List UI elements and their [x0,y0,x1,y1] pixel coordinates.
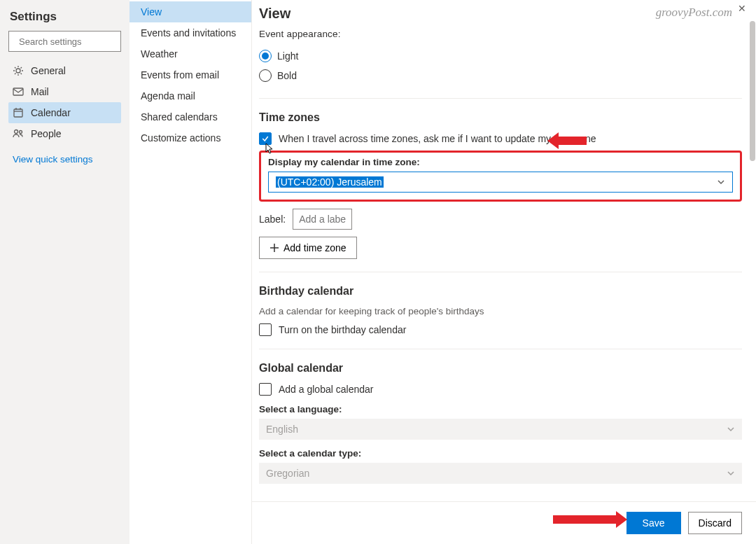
caltype-value: Gregorian [266,468,309,479]
timezone-label-input[interactable] [293,209,352,230]
birthday-check-label: Turn on the birthday calendar [279,324,406,335]
subnav-item-events-from-email[interactable]: Events from email [130,64,251,85]
sidebar-item-calendar[interactable]: Calendar [8,102,121,123]
svg-rect-4 [14,109,22,117]
birthday-desc: Add a calendar for keeping track of peop… [259,306,742,316]
plus-icon [270,243,279,253]
radio-icon [259,69,272,82]
subnav-item-weather[interactable]: Weather [130,43,251,64]
add-timezone-button[interactable]: Add time zone [259,237,357,259]
discard-button[interactable]: Discard [688,512,742,534]
view-quick-settings-link[interactable]: View quick settings [8,144,121,174]
event-appearance-heading: Event appearance: [259,29,742,39]
svg-rect-3 [13,88,23,95]
caltype-label: Select a calendar type: [259,448,742,459]
lang-value: English [266,424,298,435]
timezones-heading: Time zones [259,111,742,124]
close-icon[interactable]: ✕ [738,3,746,14]
svg-point-8 [15,130,18,134]
svg-point-9 [20,131,22,134]
timezone-highlight: Display my calendar in time zone: (UTC+0… [259,151,742,202]
checkbox-icon [259,383,272,396]
general-icon [13,65,24,76]
global-checkbox-row[interactable]: Add a global calendar [259,383,742,396]
view-subnav: ViewEvents and invitationsWeatherEvents … [130,0,252,544]
radio-label: Bold [277,70,297,81]
chevron-down-icon [717,178,725,186]
radio-light[interactable]: Light [259,46,742,66]
search-input[interactable] [19,36,136,47]
global-check-label: Add a global calendar [279,384,373,395]
chevron-down-icon [727,425,735,433]
save-button[interactable]: Save [626,512,681,534]
settings-title: Settings [10,10,120,24]
radio-bold[interactable]: Bold [259,66,742,85]
calendar-icon [13,107,24,118]
language-select-disabled: English [259,419,742,440]
radio-icon-selected [259,50,272,62]
timezone-dropdown[interactable]: (UTC+02:00) Jerusalem [268,172,733,193]
subnav-item-customize-actions[interactable]: Customize actions [130,127,251,148]
birthday-checkbox-row[interactable]: Turn on the birthday calendar [259,323,742,336]
checkbox-icon [259,323,272,336]
subnav-item-events-and-invitations[interactable]: Events and invitations [130,22,251,43]
subnav-item-shared-calendars[interactable]: Shared calendars [130,106,251,127]
lang-label: Select a language: [259,404,742,414]
travel-check-label: When I travel across time zones, ask me … [279,133,596,144]
search-settings-box[interactable] [8,31,121,52]
mail-icon [13,86,24,97]
watermark: groovyPost.com [656,6,732,20]
timezone-selected: (UTC+02:00) Jerusalem [276,176,384,188]
sidebar-item-general[interactable]: General [8,60,121,81]
checkbox-checked-icon [259,132,272,145]
settings-sidebar: Settings GeneralMailCalendarPeople View … [0,0,130,544]
subnav-item-view[interactable]: View [130,1,251,22]
sidebar-item-people[interactable]: People [8,123,121,144]
add-timezone-label: Add time zone [284,242,346,253]
svg-point-2 [16,69,20,73]
main-panel: View groovyPost.com ✕ Event appearance: … [252,0,756,544]
travel-timezone-checkbox-row[interactable]: When I travel across time zones, ask me … [259,132,742,145]
chevron-down-icon [727,469,735,477]
birthday-heading: Birthday calendar [259,285,742,298]
caltype-select-disabled: Gregorian [259,463,742,484]
subnav-item-agenda-mail[interactable]: Agenda mail [130,85,251,106]
display-timezone-label: Display my calendar in time zone: [268,157,733,167]
label-field-label: Label: [259,214,286,225]
page-title: View [259,6,290,22]
people-icon [13,128,24,139]
radio-label: Light [277,50,298,62]
sidebar-item-mail[interactable]: Mail [8,81,121,102]
scrollbar[interactable] [750,23,755,161]
footer-actions: Save Discard [252,501,756,544]
global-heading: Global calendar [259,362,742,375]
